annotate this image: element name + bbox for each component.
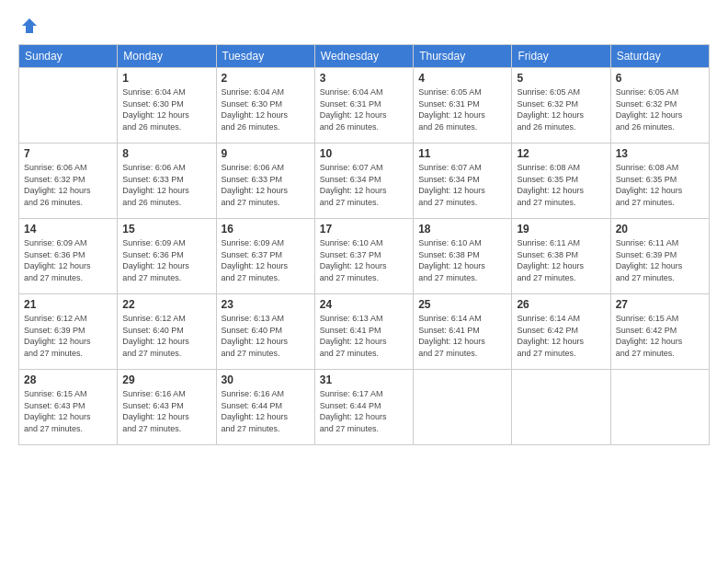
day-number: 21 (24, 298, 112, 311)
logo (18, 17, 39, 35)
calendar: SundayMondayTuesdayWednesdayThursdayFrid… (18, 44, 710, 445)
day-number: 27 (616, 298, 704, 311)
day-header-tuesday: Tuesday (216, 45, 314, 68)
day-header-thursday: Thursday (414, 45, 512, 68)
day-info: Sunrise: 6:05 AM Sunset: 6:32 PM Dayligh… (517, 86, 605, 132)
calendar-cell: 10Sunrise: 6:07 AM Sunset: 6:34 PM Dayli… (314, 144, 413, 219)
day-info: Sunrise: 6:05 AM Sunset: 6:31 PM Dayligh… (418, 86, 506, 132)
day-number: 15 (122, 223, 210, 236)
calendar-cell: 4Sunrise: 6:05 AM Sunset: 6:31 PM Daylig… (414, 68, 512, 144)
day-info: Sunrise: 6:04 AM Sunset: 6:30 PM Dayligh… (222, 86, 310, 132)
day-number: 12 (517, 147, 605, 160)
day-info: Sunrise: 6:06 AM Sunset: 6:32 PM Dayligh… (24, 162, 112, 208)
week-row-5: 28Sunrise: 6:15 AM Sunset: 6:43 PM Dayli… (19, 370, 710, 445)
calendar-cell (19, 68, 118, 144)
day-number: 30 (222, 373, 310, 386)
day-number: 29 (122, 373, 210, 386)
calendar-cell: 29Sunrise: 6:16 AM Sunset: 6:43 PM Dayli… (118, 370, 216, 445)
day-header-saturday: Saturday (610, 45, 709, 68)
day-header-monday: Monday (118, 45, 216, 68)
day-info: Sunrise: 6:13 AM Sunset: 6:41 PM Dayligh… (320, 313, 408, 359)
calendar-cell: 18Sunrise: 6:10 AM Sunset: 6:38 PM Dayli… (414, 219, 512, 294)
day-number: 8 (122, 147, 210, 160)
calendar-cell (610, 370, 709, 445)
calendar-cell: 13Sunrise: 6:08 AM Sunset: 6:35 PM Dayli… (610, 144, 709, 219)
day-header-friday: Friday (512, 45, 610, 68)
week-row-4: 21Sunrise: 6:12 AM Sunset: 6:39 PM Dayli… (19, 294, 710, 370)
day-info: Sunrise: 6:11 AM Sunset: 6:39 PM Dayligh… (616, 237, 704, 283)
day-info: Sunrise: 6:10 AM Sunset: 6:38 PM Dayligh… (418, 237, 506, 283)
calendar-cell: 21Sunrise: 6:12 AM Sunset: 6:39 PM Dayli… (19, 294, 118, 370)
day-number: 16 (222, 223, 310, 236)
day-number: 9 (222, 147, 310, 160)
day-info: Sunrise: 6:16 AM Sunset: 6:43 PM Dayligh… (122, 388, 210, 434)
day-info: Sunrise: 6:13 AM Sunset: 6:40 PM Dayligh… (222, 313, 310, 359)
day-number: 31 (320, 373, 408, 386)
calendar-cell: 24Sunrise: 6:13 AM Sunset: 6:41 PM Dayli… (314, 294, 413, 370)
week-row-2: 7Sunrise: 6:06 AM Sunset: 6:32 PM Daylig… (19, 144, 710, 219)
day-number: 28 (24, 373, 112, 386)
day-info: Sunrise: 6:04 AM Sunset: 6:31 PM Dayligh… (320, 86, 408, 132)
calendar-cell: 28Sunrise: 6:15 AM Sunset: 6:43 PM Dayli… (19, 370, 118, 445)
calendar-cell (512, 370, 610, 445)
calendar-cell: 19Sunrise: 6:11 AM Sunset: 6:38 PM Dayli… (512, 219, 610, 294)
day-header-sunday: Sunday (19, 45, 118, 68)
day-header-wednesday: Wednesday (314, 45, 413, 68)
calendar-cell: 9Sunrise: 6:06 AM Sunset: 6:33 PM Daylig… (216, 144, 314, 219)
day-info: Sunrise: 6:14 AM Sunset: 6:41 PM Dayligh… (418, 313, 506, 359)
calendar-cell: 15Sunrise: 6:09 AM Sunset: 6:36 PM Dayli… (118, 219, 216, 294)
calendar-cell: 5Sunrise: 6:05 AM Sunset: 6:32 PM Daylig… (512, 68, 610, 144)
calendar-cell (414, 370, 512, 445)
day-info: Sunrise: 6:06 AM Sunset: 6:33 PM Dayligh… (222, 162, 310, 208)
calendar-cell: 6Sunrise: 6:05 AM Sunset: 6:32 PM Daylig… (610, 68, 709, 144)
day-number: 24 (320, 298, 408, 311)
day-number: 10 (320, 147, 408, 160)
day-info: Sunrise: 6:15 AM Sunset: 6:42 PM Dayligh… (616, 313, 704, 359)
calendar-cell: 31Sunrise: 6:17 AM Sunset: 6:44 PM Dayli… (314, 370, 413, 445)
day-info: Sunrise: 6:08 AM Sunset: 6:35 PM Dayligh… (616, 162, 704, 208)
day-info: Sunrise: 6:15 AM Sunset: 6:43 PM Dayligh… (24, 388, 112, 434)
week-row-1: 1Sunrise: 6:04 AM Sunset: 6:30 PM Daylig… (19, 68, 710, 144)
calendar-cell: 26Sunrise: 6:14 AM Sunset: 6:42 PM Dayli… (512, 294, 610, 370)
calendar-cell: 11Sunrise: 6:07 AM Sunset: 6:34 PM Dayli… (414, 144, 512, 219)
day-info: Sunrise: 6:05 AM Sunset: 6:32 PM Dayligh… (616, 86, 704, 132)
day-info: Sunrise: 6:07 AM Sunset: 6:34 PM Dayligh… (320, 162, 408, 208)
page: SundayMondayTuesdayWednesdayThursdayFrid… (0, 0, 728, 563)
day-info: Sunrise: 6:04 AM Sunset: 6:30 PM Dayligh… (122, 86, 210, 132)
calendar-cell: 30Sunrise: 6:16 AM Sunset: 6:44 PM Dayli… (216, 370, 314, 445)
day-number: 14 (24, 223, 112, 236)
calendar-cell: 16Sunrise: 6:09 AM Sunset: 6:37 PM Dayli… (216, 219, 314, 294)
day-info: Sunrise: 6:08 AM Sunset: 6:35 PM Dayligh… (517, 162, 605, 208)
svg-marker-0 (22, 18, 37, 33)
calendar-cell: 20Sunrise: 6:11 AM Sunset: 6:39 PM Dayli… (610, 219, 709, 294)
day-info: Sunrise: 6:12 AM Sunset: 6:39 PM Dayligh… (24, 313, 112, 359)
calendar-cell: 17Sunrise: 6:10 AM Sunset: 6:37 PM Dayli… (314, 219, 413, 294)
day-number: 20 (616, 223, 704, 236)
calendar-cell: 14Sunrise: 6:09 AM Sunset: 6:36 PM Dayli… (19, 219, 118, 294)
day-number: 25 (418, 298, 506, 311)
day-number: 1 (122, 72, 210, 85)
day-number: 5 (517, 72, 605, 85)
day-info: Sunrise: 6:12 AM Sunset: 6:40 PM Dayligh… (122, 313, 210, 359)
day-number: 17 (320, 223, 408, 236)
calendar-cell: 8Sunrise: 6:06 AM Sunset: 6:33 PM Daylig… (118, 144, 216, 219)
logo-icon (20, 17, 39, 35)
calendar-cell: 7Sunrise: 6:06 AM Sunset: 6:32 PM Daylig… (19, 144, 118, 219)
day-number: 6 (616, 72, 704, 85)
day-number: 3 (320, 72, 408, 85)
calendar-cell: 12Sunrise: 6:08 AM Sunset: 6:35 PM Dayli… (512, 144, 610, 219)
day-info: Sunrise: 6:09 AM Sunset: 6:37 PM Dayligh… (222, 237, 310, 283)
calendar-cell: 23Sunrise: 6:13 AM Sunset: 6:40 PM Dayli… (216, 294, 314, 370)
day-info: Sunrise: 6:11 AM Sunset: 6:38 PM Dayligh… (517, 237, 605, 283)
header-row: SundayMondayTuesdayWednesdayThursdayFrid… (19, 45, 710, 68)
day-number: 19 (517, 223, 605, 236)
calendar-cell: 25Sunrise: 6:14 AM Sunset: 6:41 PM Dayli… (414, 294, 512, 370)
day-info: Sunrise: 6:16 AM Sunset: 6:44 PM Dayligh… (222, 388, 310, 434)
day-info: Sunrise: 6:17 AM Sunset: 6:44 PM Dayligh… (320, 388, 408, 434)
day-number: 18 (418, 223, 506, 236)
day-number: 11 (418, 147, 506, 160)
day-number: 13 (616, 147, 704, 160)
day-info: Sunrise: 6:10 AM Sunset: 6:37 PM Dayligh… (320, 237, 408, 283)
day-number: 7 (24, 147, 112, 160)
day-info: Sunrise: 6:06 AM Sunset: 6:33 PM Dayligh… (122, 162, 210, 208)
